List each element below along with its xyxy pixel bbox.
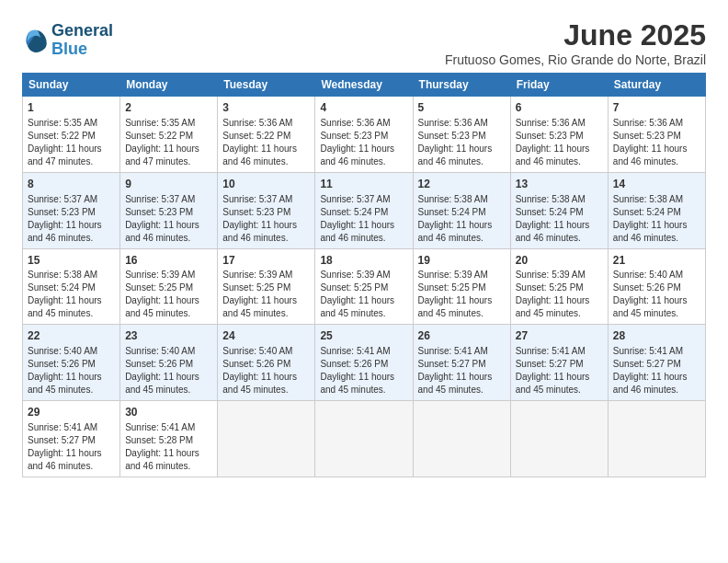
sunrise-info: Sunrise: 5:38 AM: [418, 193, 506, 206]
daylight-info: Daylight: 11 hours and 46 minutes.: [320, 143, 407, 168]
calendar-header-row: SundayMondayTuesdayWednesdayThursdayFrid…: [23, 74, 706, 97]
col-header-friday: Friday: [510, 74, 608, 97]
daylight-info: Daylight: 11 hours and 46 minutes.: [613, 371, 700, 396]
daylight-info: Daylight: 11 hours and 46 minutes.: [418, 219, 506, 245]
logo-icon: [22, 28, 48, 53]
day-number: 19: [418, 253, 506, 269]
sunset-info: Sunset: 5:22 PM: [125, 130, 212, 143]
day-number: 10: [222, 177, 310, 192]
calendar-cell: 10Sunrise: 5:37 AMSunset: 5:23 PMDayligh…: [218, 172, 315, 248]
location-title: Frutuoso Gomes, Rio Grande do Norte, Bra…: [445, 52, 706, 67]
calendar-cell: [315, 401, 413, 477]
calendar-cell: 9Sunrise: 5:37 AMSunset: 5:23 PMDaylight…: [120, 172, 218, 248]
sunset-info: Sunset: 5:23 PM: [222, 206, 310, 219]
sunrise-info: Sunrise: 5:39 AM: [222, 269, 310, 282]
sunset-info: Sunset: 5:27 PM: [613, 358, 700, 371]
sunset-info: Sunset: 5:24 PM: [418, 206, 506, 219]
daylight-info: Daylight: 11 hours and 45 minutes.: [516, 294, 603, 320]
sunrise-info: Sunrise: 5:37 AM: [222, 193, 310, 206]
calendar-cell: 26Sunrise: 5:41 AMSunset: 5:27 PMDayligh…: [413, 325, 510, 401]
daylight-info: Daylight: 11 hours and 45 minutes.: [28, 294, 115, 320]
calendar-cell: 3Sunrise: 5:36 AMSunset: 5:22 PMDaylight…: [218, 97, 315, 173]
sunset-info: Sunset: 5:24 PM: [320, 206, 407, 219]
sunset-info: Sunset: 5:23 PM: [125, 206, 212, 219]
day-number: 6: [516, 100, 603, 116]
day-number: 15: [28, 253, 115, 269]
sunrise-info: Sunrise: 5:37 AM: [125, 193, 212, 206]
day-number: 18: [320, 253, 407, 269]
sunrise-info: Sunrise: 5:36 AM: [222, 117, 310, 130]
sunrise-info: Sunrise: 5:40 AM: [28, 345, 115, 358]
page-header: GeneralBlue June 2025 Frutuoso Gomes, Ri…: [22, 18, 706, 67]
day-number: 9: [125, 177, 212, 192]
sunset-info: Sunset: 5:23 PM: [320, 130, 407, 143]
sunset-info: Sunset: 5:25 PM: [125, 282, 212, 294]
day-number: 16: [125, 253, 212, 269]
day-number: 30: [125, 405, 212, 420]
sunrise-info: Sunrise: 5:37 AM: [28, 193, 115, 206]
sunset-info: Sunset: 5:23 PM: [516, 130, 603, 143]
daylight-info: Daylight: 11 hours and 45 minutes.: [125, 294, 212, 320]
calendar-cell: 25Sunrise: 5:41 AMSunset: 5:26 PMDayligh…: [315, 325, 413, 401]
sunrise-info: Sunrise: 5:35 AM: [125, 117, 212, 130]
sunrise-info: Sunrise: 5:38 AM: [28, 269, 115, 282]
sunrise-info: Sunrise: 5:39 AM: [516, 269, 603, 282]
day-number: 14: [613, 177, 700, 192]
sunrise-info: Sunrise: 5:40 AM: [613, 269, 700, 282]
daylight-info: Daylight: 11 hours and 46 minutes.: [28, 219, 115, 245]
sunrise-info: Sunrise: 5:41 AM: [28, 421, 115, 434]
calendar-cell: 17Sunrise: 5:39 AMSunset: 5:25 PMDayligh…: [218, 248, 315, 325]
sunset-info: Sunset: 5:25 PM: [320, 282, 407, 294]
day-number: 4: [320, 100, 407, 116]
daylight-info: Daylight: 11 hours and 46 minutes.: [516, 143, 603, 168]
daylight-info: Daylight: 11 hours and 46 minutes.: [222, 219, 310, 245]
calendar-week-row: 15Sunrise: 5:38 AMSunset: 5:24 PMDayligh…: [23, 248, 706, 325]
sunrise-info: Sunrise: 5:41 AM: [516, 345, 603, 358]
month-title: June 2025: [445, 18, 706, 52]
col-header-wednesday: Wednesday: [315, 74, 413, 97]
calendar-cell: 19Sunrise: 5:39 AMSunset: 5:25 PMDayligh…: [413, 248, 510, 325]
daylight-info: Daylight: 11 hours and 47 minutes.: [125, 143, 212, 168]
day-number: 20: [516, 253, 603, 269]
calendar-cell: 18Sunrise: 5:39 AMSunset: 5:25 PMDayligh…: [315, 248, 413, 325]
day-number: 22: [28, 328, 115, 344]
col-header-tuesday: Tuesday: [218, 74, 315, 97]
sunset-info: Sunset: 5:25 PM: [222, 282, 310, 294]
daylight-info: Daylight: 11 hours and 47 minutes.: [28, 143, 115, 168]
sunrise-info: Sunrise: 5:41 AM: [320, 345, 407, 358]
calendar-cell: 22Sunrise: 5:40 AMSunset: 5:26 PMDayligh…: [23, 325, 120, 401]
calendar-cell: 16Sunrise: 5:39 AMSunset: 5:25 PMDayligh…: [120, 248, 218, 325]
calendar-cell: 6Sunrise: 5:36 AMSunset: 5:23 PMDaylight…: [510, 97, 608, 173]
day-number: 3: [222, 100, 310, 116]
daylight-info: Daylight: 11 hours and 45 minutes.: [125, 371, 212, 396]
day-number: 27: [516, 328, 603, 344]
calendar-cell: [218, 401, 315, 477]
calendar-cell: 28Sunrise: 5:41 AMSunset: 5:27 PMDayligh…: [608, 325, 705, 401]
calendar-cell: 8Sunrise: 5:37 AMSunset: 5:23 PMDaylight…: [23, 172, 120, 248]
day-number: 12: [418, 177, 506, 192]
daylight-info: Daylight: 11 hours and 45 minutes.: [222, 294, 310, 320]
calendar-cell: [608, 401, 705, 477]
sunset-info: Sunset: 5:27 PM: [516, 358, 603, 371]
sunrise-info: Sunrise: 5:36 AM: [320, 117, 407, 130]
calendar-cell: 29Sunrise: 5:41 AMSunset: 5:27 PMDayligh…: [23, 401, 120, 477]
day-number: 5: [418, 100, 506, 116]
sunrise-info: Sunrise: 5:41 AM: [613, 345, 700, 358]
calendar-cell: 13Sunrise: 5:38 AMSunset: 5:24 PMDayligh…: [510, 172, 608, 248]
calendar-cell: 4Sunrise: 5:36 AMSunset: 5:23 PMDaylight…: [315, 97, 413, 173]
day-number: 26: [418, 328, 506, 344]
calendar-cell: 15Sunrise: 5:38 AMSunset: 5:24 PMDayligh…: [23, 248, 120, 325]
daylight-info: Daylight: 11 hours and 46 minutes.: [613, 143, 700, 168]
calendar-cell: 24Sunrise: 5:40 AMSunset: 5:26 PMDayligh…: [218, 325, 315, 401]
sunset-info: Sunset: 5:23 PM: [613, 130, 700, 143]
sunset-info: Sunset: 5:25 PM: [418, 282, 506, 294]
day-number: 29: [28, 405, 115, 420]
day-number: 13: [516, 177, 603, 192]
day-number: 24: [222, 328, 310, 344]
sunrise-info: Sunrise: 5:39 AM: [418, 269, 506, 282]
sunrise-info: Sunrise: 5:38 AM: [613, 193, 700, 206]
col-header-saturday: Saturday: [608, 74, 705, 97]
title-block: June 2025 Frutuoso Gomes, Rio Grande do …: [445, 18, 706, 67]
sunrise-info: Sunrise: 5:39 AM: [125, 269, 212, 282]
daylight-info: Daylight: 11 hours and 46 minutes.: [28, 447, 115, 473]
